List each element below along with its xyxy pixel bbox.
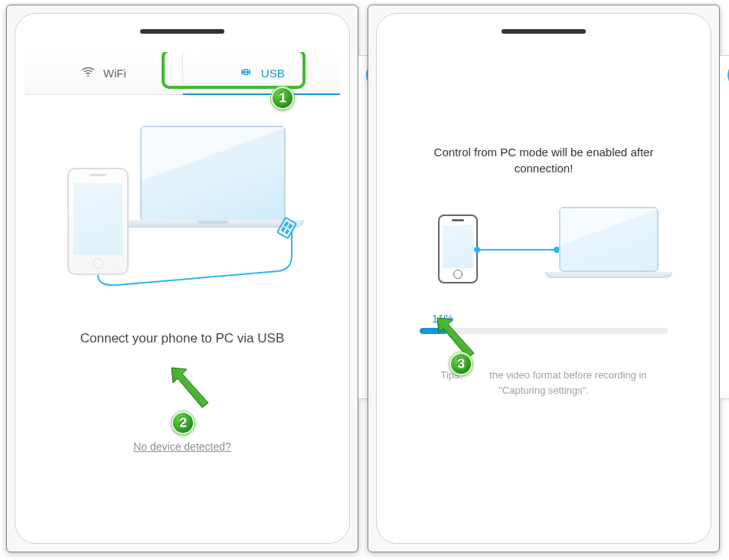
record-icon[interactable] — [720, 180, 730, 222]
phone-frame-right: Control from PC mode will be enabled aft… — [376, 13, 711, 544]
left-panel: WiFi USB — [6, 5, 358, 552]
connection-illustration — [429, 207, 659, 283]
expand-icon[interactable] — [720, 96, 730, 138]
tab-usb-label: USB — [261, 67, 285, 80]
right-content: Control from PC mode will be enabled aft… — [386, 52, 701, 534]
svg-rect-4 — [281, 227, 286, 232]
phone-notch-right — [502, 29, 586, 34]
connect-instruction: Connect your phone to PC via USB — [25, 329, 340, 349]
no-device-link[interactable]: No device detected? — [133, 440, 231, 453]
tips-text: Tips: the video format before recording … — [386, 368, 701, 398]
phone-notch — [140, 29, 224, 34]
keyboard-icon[interactable] — [720, 264, 730, 306]
headset-icon[interactable] — [720, 349, 730, 391]
right-panel: Control from PC mode will be enabled aft… — [368, 5, 720, 552]
enable-message: Control from PC mode will be enabled aft… — [386, 144, 701, 176]
svg-rect-3 — [288, 224, 293, 229]
laptop-graphic — [140, 126, 286, 221]
step-badge-1: 1 — [271, 87, 294, 110]
right-sidebar — [720, 55, 729, 399]
step-badge-3: 3 — [449, 352, 472, 375]
usb-icon — [238, 64, 253, 82]
illus-phone — [438, 215, 478, 283]
illus-wire — [475, 249, 559, 251]
wifi-icon — [80, 64, 96, 82]
phone-frame: WiFi USB — [15, 13, 350, 544]
no-device-link-wrap: No device detected? — [25, 440, 340, 453]
step-badge-2: 2 — [172, 411, 195, 434]
usb-illustration — [67, 126, 297, 290]
tab-usb[interactable]: USB — [183, 52, 341, 94]
svg-rect-5 — [285, 229, 289, 234]
step2-arrow — [164, 362, 217, 418]
tips-rest: the video format before recording in "Ca… — [489, 369, 646, 396]
tab-usb-underline — [183, 93, 341, 95]
tab-wifi-label: WiFi — [103, 67, 126, 80]
connection-tabs: WiFi USB — [25, 52, 340, 95]
usb-cable-graphic — [94, 225, 309, 287]
left-content: WiFi USB — [25, 52, 340, 534]
settings-icon[interactable] — [720, 306, 730, 349]
svg-point-0 — [87, 75, 89, 77]
illus-laptop — [559, 207, 659, 272]
brush-icon[interactable] — [720, 222, 730, 264]
camera-icon[interactable] — [720, 138, 730, 180]
tab-wifi[interactable]: WiFi — [25, 52, 183, 94]
